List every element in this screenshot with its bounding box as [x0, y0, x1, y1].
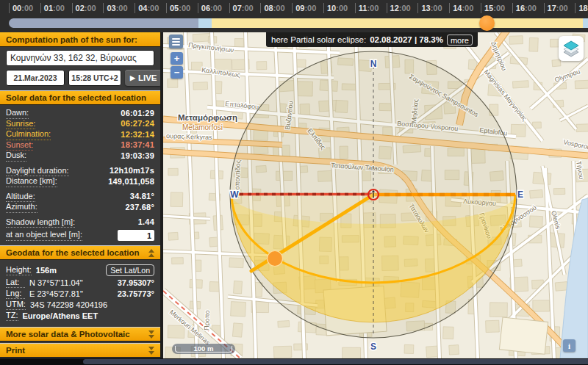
compass-label: S [370, 341, 376, 352]
timeline-tick [512, 3, 513, 13]
address-input[interactable] [6, 50, 154, 66]
set-latlon-button[interactable]: Set Lat/Lon [106, 264, 154, 276]
timeline-tick [198, 3, 198, 13]
timeline-track[interactable] [9, 18, 588, 28]
timeline-hour-label: 00:00 [12, 4, 33, 12]
solar-data-list: Dawn:06:01:29Sunrise:06:27:24Culmination… [0, 105, 160, 245]
compass-label: E [517, 189, 523, 200]
timeline-hour-label: 16:00 [516, 4, 537, 12]
bottom-scrollbar[interactable] [0, 358, 588, 365]
timeline-segment [9, 18, 198, 28]
lat-decimal: 37.95307° [118, 278, 154, 288]
section-computation-header[interactable]: Computation path of the sun for: [0, 32, 160, 47]
timeline-tick [323, 3, 324, 13]
section-solar-header[interactable]: Solar data for the selected location [0, 90, 160, 105]
geodata-body: Height: 156m Set Lat/Lon Lat: N 37°57'11… [0, 260, 160, 325]
timeline-hour-label: 11:00 [359, 4, 379, 12]
timeline-tick [449, 3, 450, 13]
section-collapsed-header[interactable]: More solar data & Photovoltaic [0, 327, 160, 341]
timeline-tick [40, 3, 41, 13]
timeline-tick [166, 3, 167, 13]
timeline-bar[interactable]: 00:0001:0002:0003:0004:0005:0006:0007:00… [0, 0, 588, 32]
solar-row: Distance [km]:149,011,058 [6, 176, 154, 187]
section-geodata-title: Geodata for the selected location [6, 248, 139, 257]
lng-decimal: 23.75773° [118, 289, 154, 299]
timeline-hour-label: 10:00 [327, 4, 348, 12]
timeline-tick [72, 3, 73, 13]
timeline-tick [229, 3, 230, 13]
object-level-row: at an object level [m]: [6, 230, 154, 241]
zoom-in-button[interactable]: + [171, 52, 183, 65]
live-button[interactable]: ▶ LIVE [125, 70, 162, 86]
date-input[interactable] [6, 70, 65, 86]
scale-label: 100 m [194, 344, 214, 353]
timeline-tick [103, 3, 104, 13]
compass-label: W [230, 189, 239, 200]
timeline-tick [260, 3, 261, 13]
lat-label: Lat: [6, 277, 25, 288]
timeline-tick [292, 3, 293, 13]
solar-row: Daylight duration:12h10m17s [6, 166, 154, 177]
section-computation-title: Computation path of the sun for: [6, 35, 137, 44]
sidebar: Computation path of the sun for: ▶ LIVE … [0, 32, 163, 358]
timeline-time-marker[interactable] [479, 15, 495, 31]
tz-value: Europe/Athens EET [23, 311, 155, 321]
svg-text:Metamorfosi: Metamorfosi [182, 123, 223, 131]
layers-glyph [562, 39, 581, 58]
timeline-hour-label: 13:00 [421, 4, 442, 12]
height-value: 156m [36, 265, 106, 275]
timeline-hour-label: 17:00 [548, 4, 568, 12]
map-area: ΠριγκιπονήσωνΚαλλιπολεωςΕπταλόφουEptalof… [163, 32, 588, 358]
lat-dms: N 37°57'11.04" [29, 278, 118, 288]
collapse-up-icon[interactable] [148, 249, 154, 257]
scrollbar-thumb[interactable] [83, 359, 588, 364]
timeline-hour-label: 02:00 [76, 4, 96, 12]
sun-position-marker[interactable] [268, 251, 283, 267]
timeline-tick [417, 3, 418, 13]
tz-label: TZ: [6, 310, 18, 321]
collapsed-sections: More solar data & PhotovoltaicPrintConta… [0, 327, 160, 358]
eclipse-banner-value: 02.08.2027 | 78.3% [370, 35, 443, 44]
timeline-hour-label: 06:00 [201, 4, 222, 12]
timeline-hour-label: 04:00 [138, 4, 159, 12]
collapse-down-icon[interactable] [148, 330, 154, 339]
map-scale-bar: 100 m [172, 344, 235, 354]
timeline-hour-label: 09:00 [295, 4, 316, 12]
collapse-down-icon[interactable] [148, 347, 154, 355]
timeline-tick [575, 3, 576, 13]
timeline-hour-label: 15:00 [484, 4, 505, 12]
solar-row: Dawn:06:01:29 [6, 108, 154, 119]
solar-row: Shadow length [m]:1.44 [6, 217, 154, 228]
timeline-segment [583, 18, 588, 28]
section-collapsed-title: Print [6, 346, 25, 355]
map-canvas[interactable]: ΠριγκιπονήσωνΚαλλιπολεωςΕπταλόφουEptalof… [163, 32, 588, 358]
section-collapsed-header[interactable]: Print [0, 343, 160, 358]
timeline-tick [387, 3, 387, 13]
layers-icon[interactable] [559, 36, 584, 61]
more-button[interactable]: more [447, 35, 473, 46]
timeline-tick [544, 3, 545, 13]
timeline-segment [198, 18, 212, 28]
solar-row: Azimuth:237.68° [6, 202, 154, 213]
info-button[interactable]: i [563, 339, 576, 352]
zoom-out-button[interactable]: − [171, 66, 183, 79]
eclipse-banner: here Partial solar eclipse: 02.08.2027 |… [266, 32, 478, 47]
place-label: Μεταμόρφωση [178, 113, 237, 122]
eclipse-banner-text: here Partial solar eclipse: [271, 35, 366, 44]
timeline-tick [135, 3, 135, 13]
section-geodata-header[interactable]: Geodata for the selected location [0, 245, 160, 260]
suncalc-app: 00:0001:0002:0003:0004:0005:0006:0007:00… [0, 0, 588, 365]
menu-icon[interactable] [169, 35, 183, 48]
timeline-hour-label: 18:00 [578, 4, 588, 12]
time-input[interactable] [68, 70, 121, 86]
lng-label: Lng: [6, 288, 25, 299]
compass-label: N [370, 59, 377, 69]
lng-dms: E 23°45'27.81" [29, 289, 118, 299]
timeline-tick [9, 3, 10, 13]
svg-text:Προπο: Προπο [203, 310, 211, 330]
timeline-hour-label: 14:00 [453, 4, 473, 12]
solar-row: Sunrise:06:27:24 [6, 119, 154, 130]
object-level-input[interactable] [118, 230, 154, 241]
solar-row: Altitude:34.81° [6, 192, 154, 203]
timeline-hour-label: 07:00 [233, 4, 254, 12]
